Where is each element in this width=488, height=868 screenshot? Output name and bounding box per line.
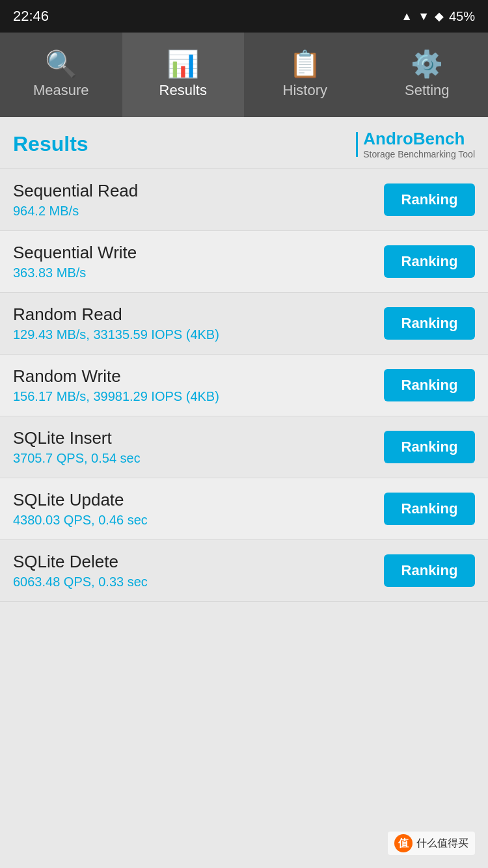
ranking-button[interactable]: Ranking [384,554,475,587]
tab-results[interactable]: 📊 Results [122,33,245,117]
tab-bar: 🔍 Measure 📊 Results 📋 History ⚙️ Setting [0,33,488,117]
ranking-button[interactable]: Ranking [384,245,475,278]
benchmark-info: Random Write 156.17 MB/s, 39981.29 IOPS … [13,366,384,404]
results-header: Results AndroBench Storage Benchmarking … [0,117,488,169]
benchmark-value: 6063.48 QPS, 0.33 sec [13,575,384,590]
ranking-button[interactable]: Ranking [384,369,475,401]
benchmark-info: SQLite Insert 3705.7 QPS, 0.54 sec [13,428,384,466]
results-icon: 📊 [167,51,199,77]
logo-name: AndroBench [363,129,475,149]
logo-prefix: Andro [363,129,413,148]
benchmark-row: SQLite Insert 3705.7 QPS, 0.54 sec Ranki… [0,416,488,478]
main-content: Results AndroBench Storage Benchmarking … [0,117,488,602]
benchmark-info: Random Read 129.43 MB/s, 33135.59 IOPS (… [13,305,384,342]
benchmark-value: 3705.7 QPS, 0.54 sec [13,451,384,466]
logo-divider [356,132,358,157]
tab-setting-label: Setting [405,82,450,99]
tab-measure[interactable]: 🔍 Measure [0,33,122,117]
ranking-button[interactable]: Ranking [384,307,475,340]
watermark: 值 什么值得买 [388,832,475,855]
benchmark-info: SQLite Delete 6063.48 QPS, 0.33 sec [13,552,384,590]
status-time: 22:46 [13,8,49,25]
benchmark-row: Sequential Read 964.2 MB/s Ranking [0,169,488,231]
benchmark-name: SQLite Update [13,490,384,510]
benchmark-value: 129.43 MB/s, 33135.59 IOPS (4KB) [13,327,384,342]
benchmark-name: Sequential Write [13,243,384,263]
benchmark-value: 4380.03 QPS, 0.46 sec [13,513,384,528]
tab-measure-label: Measure [33,82,89,99]
tab-setting[interactable]: ⚙️ Setting [366,33,489,117]
watermark-icon: 值 [394,834,413,852]
androbench-logo: AndroBench Storage Benchmarking Tool [356,129,475,159]
status-bar: 22:46 ▲ ▼ ◆ 45% [0,0,488,33]
measure-icon: 🔍 [45,51,77,77]
status-right: ▲ ▼ ◆ 45% [401,9,475,24]
signal-icon: ▲ [401,10,413,23]
benchmark-name: Sequential Read [13,181,384,201]
benchmark-value: 363.83 MB/s [13,265,384,280]
page-title: Results [13,132,88,156]
benchmark-value: 964.2 MB/s [13,204,384,219]
benchmark-name: Random Read [13,305,384,325]
ranking-button[interactable]: Ranking [384,183,475,216]
wifi-icon: ▼ [418,10,429,23]
benchmark-row: Random Write 156.17 MB/s, 39981.29 IOPS … [0,355,488,416]
watermark-text: 什么值得买 [416,837,468,850]
benchmark-name: SQLite Insert [13,428,384,448]
tab-history-label: History [283,82,327,99]
benchmark-list: Sequential Read 964.2 MB/s Ranking Seque… [0,169,488,602]
logo-suffix: Bench [413,129,465,148]
benchmark-value: 156.17 MB/s, 39981.29 IOPS (4KB) [13,389,384,404]
benchmark-info: Sequential Write 363.83 MB/s [13,243,384,280]
benchmark-info: Sequential Read 964.2 MB/s [13,181,384,219]
ranking-button[interactable]: Ranking [384,431,475,463]
benchmark-row: Random Read 129.43 MB/s, 33135.59 IOPS (… [0,293,488,355]
history-icon: 📋 [289,51,321,77]
setting-icon: ⚙️ [411,51,443,77]
benchmark-row: Sequential Write 363.83 MB/s Ranking [0,231,488,293]
battery-level: 45% [449,9,475,24]
tab-history[interactable]: 📋 History [244,33,366,117]
benchmark-row: SQLite Update 4380.03 QPS, 0.46 sec Rank… [0,478,488,540]
benchmark-info: SQLite Update 4380.03 QPS, 0.46 sec [13,490,384,528]
logo-subtitle: Storage Benchmarking Tool [363,149,475,159]
tab-results-label: Results [159,82,207,99]
network-icon: ◆ [435,9,444,23]
benchmark-name: Random Write [13,366,384,387]
ranking-button[interactable]: Ranking [384,493,475,525]
benchmark-name: SQLite Delete [13,552,384,572]
benchmark-row: SQLite Delete 6063.48 QPS, 0.33 sec Rank… [0,540,488,602]
